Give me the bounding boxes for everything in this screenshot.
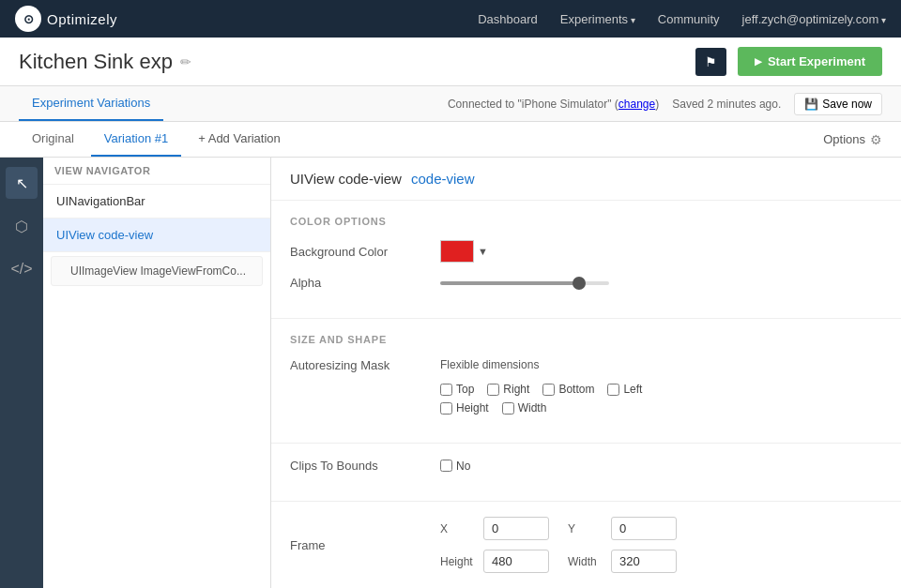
shape-tool[interactable]: ⬡ [6, 210, 38, 242]
cursor-tool[interactable]: ↖ [6, 167, 38, 199]
nav-experiments[interactable]: Experiments [560, 12, 635, 26]
experiment-header-actions: ⚑ ▶ Start Experiment [695, 47, 882, 76]
autoresizing-mask-row: Autoresizing Mask Flexible dimensions To… [290, 358, 882, 415]
tab-variation1[interactable]: Variation #1 [91, 122, 181, 157]
clips-to-bounds-row: Clips To Bounds No [290, 459, 882, 473]
checkbox-top-input[interactable] [440, 384, 452, 396]
connection-text: Connected to "iPhone Simulator" (change) [448, 98, 659, 111]
frame-row: Frame X Y Height [290, 517, 882, 573]
checkbox-width[interactable]: Width [502, 401, 547, 415]
checkbox-height-input[interactable] [440, 402, 452, 415]
size-and-shape-section: SIZE AND SHAPE Autoresizing Mask Flexibl… [271, 319, 901, 444]
frame-width-pair: Width [568, 550, 677, 573]
background-color-label: Background Color [290, 245, 440, 259]
tab-add-variation[interactable]: + Add Variation [185, 122, 294, 157]
play-icon: ▶ [755, 56, 762, 67]
clips-to-bounds-section: Clips To Bounds No [271, 444, 901, 502]
frame-label: Frame [290, 538, 440, 552]
tab-original[interactable]: Original [19, 122, 87, 157]
checkbox-top[interactable]: Top [440, 383, 474, 396]
checkbox-height[interactable]: Height [440, 401, 489, 415]
checkbox-height-label: Height [456, 401, 489, 415]
options-label: Options [823, 132, 865, 146]
frame-x-input[interactable] [483, 517, 549, 540]
alpha-slider[interactable] [440, 281, 609, 285]
experiment-header: Kitchen Sink exp ✏ ⚑ ▶ Start Experiment [0, 38, 901, 86]
top-navigation: ⊙ Optimizely Dashboard Experiments Commu… [0, 0, 901, 38]
color-options-section: COLOR OPTIONS Background Color ▼ Alpha [271, 201, 901, 319]
clips-to-bounds-no-label: No [456, 460, 470, 473]
nav-sub-item-uiimageview[interactable]: UIImageView ImageViewFromCo... [51, 256, 263, 286]
frame-height-input[interactable] [483, 550, 549, 573]
alpha-label: Alpha [290, 276, 440, 290]
experiment-title-area: Kitchen Sink exp ✏ [19, 50, 695, 74]
checkbox-bottom[interactable]: Bottom [542, 383, 594, 396]
checkbox-right-label: Right [503, 383, 529, 396]
clips-to-bounds-label: Clips To Bounds [290, 459, 440, 473]
panel-title: UIView code-view [290, 171, 402, 187]
flexible-dimensions-title: Flexible dimensions [440, 358, 642, 371]
edit-title-icon[interactable]: ✏ [180, 54, 191, 69]
checkbox-width-input[interactable] [502, 402, 514, 415]
start-experiment-label: Start Experiment [768, 54, 865, 68]
start-experiment-button[interactable]: ▶ Start Experiment [738, 47, 882, 76]
logo-icon: ⊙ [15, 6, 41, 32]
saved-text: Saved 2 minutes ago. [672, 98, 781, 111]
nav-item-uiview-codeview[interactable]: UIView code-view [43, 219, 270, 252]
clips-to-bounds-checkbox[interactable]: No [440, 460, 470, 473]
nav-item-uinavigationbar[interactable]: UINavigationBar [43, 185, 270, 219]
checkbox-bottom-label: Bottom [558, 383, 594, 396]
code-tool[interactable]: </> [6, 253, 38, 285]
clips-checkbox-wrapper: No [440, 460, 470, 473]
frame-x-pair: X [440, 517, 549, 540]
tabs-row: Original Variation #1 + Add Variation Op… [0, 122, 901, 158]
checkbox-bottom-input[interactable] [542, 384, 555, 396]
status-info: Connected to "iPhone Simulator" (change)… [448, 93, 882, 115]
frame-height-pair: Height [440, 550, 549, 573]
checkbox-left-input[interactable] [607, 384, 619, 396]
logo[interactable]: ⊙ Optimizely [15, 6, 117, 32]
frame-height-label: Height [440, 555, 478, 568]
checkbox-width-label: Width [518, 401, 547, 415]
checkbox-row-2: Height Width [440, 401, 642, 415]
properties-panel: UIView code-view code-view COLOR OPTIONS… [271, 158, 901, 588]
nav-dashboard[interactable]: Dashboard [478, 12, 538, 26]
color-picker-wrapper[interactable]: ▼ [440, 240, 488, 263]
options-button[interactable]: Options ⚙ [823, 132, 882, 147]
checkbox-left-label: Left [623, 383, 642, 396]
nav-user[interactable]: jeff.zych@optimizely.com [742, 12, 886, 26]
change-link[interactable]: change [618, 98, 655, 111]
view-navigator-header: VIEW NAVIGATOR [43, 158, 270, 185]
autoresizing-mask-label: Autoresizing Mask [290, 358, 440, 372]
save-now-button[interactable]: 💾 Save now [794, 93, 882, 115]
clips-to-bounds-input[interactable] [440, 460, 452, 472]
top-nav-links: Dashboard Experiments Community jeff.zyc… [478, 12, 886, 26]
checkbox-right-input[interactable] [487, 384, 499, 396]
experiment-variations-tab[interactable]: Experiment Variations [19, 86, 163, 121]
nav-community[interactable]: Community [658, 12, 720, 26]
background-color-row: Background Color ▼ [290, 240, 882, 263]
frame-hw-row: Height Width [440, 550, 677, 573]
frame-width-label: Width [568, 555, 605, 568]
save-now-label: Save now [822, 98, 872, 111]
frame-y-label: Y [568, 522, 605, 535]
color-dropdown-arrow[interactable]: ▼ [478, 246, 488, 257]
checkbox-top-label: Top [456, 383, 474, 396]
checkbox-row-1: Top Right Bottom Left [440, 383, 642, 396]
checkbox-right[interactable]: Right [487, 383, 529, 396]
flag-button[interactable]: ⚑ [695, 48, 726, 76]
frame-y-input[interactable] [611, 517, 677, 540]
alpha-row: Alpha [290, 276, 882, 290]
color-swatch[interactable] [440, 240, 474, 263]
frame-inputs: X Y Height Wi [440, 517, 677, 573]
main-layout: ↖ ⬡ </> VIEW NAVIGATOR UINavigationBar U… [0, 158, 901, 588]
frame-section: Frame X Y Height [271, 502, 901, 588]
save-icon: 💾 [804, 98, 818, 111]
experiment-title: Kitchen Sink exp [19, 50, 173, 74]
frame-xy-row: X Y [440, 517, 677, 540]
logo-text: Optimizely [47, 11, 117, 27]
panel-subtitle: code-view [411, 171, 475, 187]
frame-width-input[interactable] [611, 550, 677, 573]
tools-sidebar: ↖ ⬡ </> [0, 158, 43, 588]
checkbox-left[interactable]: Left [607, 383, 642, 396]
